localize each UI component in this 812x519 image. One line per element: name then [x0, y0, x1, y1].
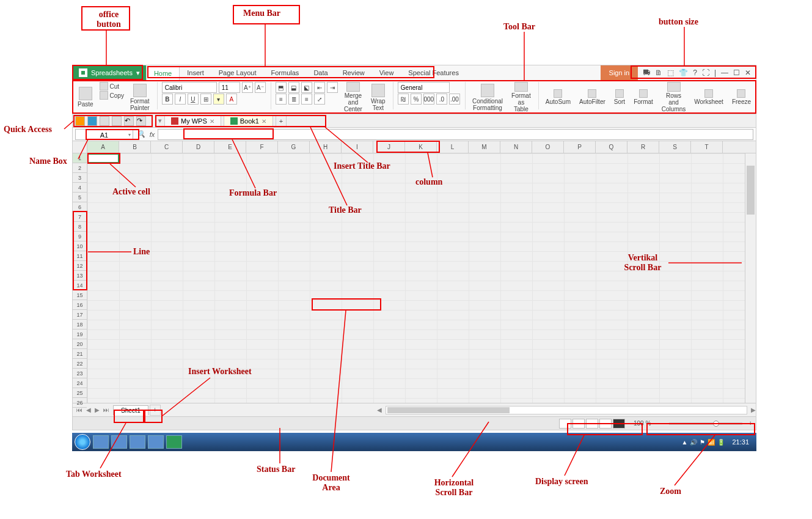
sheet-next-icon[interactable]: ▶ — [93, 407, 101, 413]
tab-page-layout[interactable]: Page Layout — [211, 65, 264, 80]
close-tab-icon[interactable]: ✕ — [262, 118, 266, 125]
row-header-6[interactable]: 6 — [73, 202, 87, 212]
close-button[interactable]: ✕ — [745, 68, 751, 77]
col-header-T[interactable]: T — [691, 141, 723, 153]
currency-button[interactable]: ₪ — [398, 94, 409, 105]
grow-font-button[interactable]: A⁺ — [242, 82, 253, 93]
office-button[interactable]: Spreadsheets ▾ — [73, 65, 146, 80]
row-header-7[interactable]: 7 — [73, 212, 87, 222]
zoom-knob[interactable] — [713, 421, 719, 427]
align-left-button[interactable]: ≡ — [276, 94, 287, 105]
add-doc-button[interactable]: + — [276, 116, 287, 127]
help-icon[interactable]: ? — [693, 68, 697, 77]
explorer-icon[interactable] — [93, 435, 109, 449]
align-mid-button[interactable]: ⬓ — [288, 82, 299, 93]
active-cell[interactable] — [87, 153, 119, 163]
open-icon[interactable] — [75, 116, 85, 126]
row-header-1[interactable]: 1 — [73, 153, 87, 163]
doc-tab-mywps[interactable]: My WPS ✕ — [164, 115, 221, 127]
bold-button[interactable]: B — [162, 94, 173, 105]
paste-label[interactable]: Paste — [78, 101, 93, 108]
sign-in-button[interactable]: Sign in — [601, 65, 638, 80]
insert-worksheet-button[interactable]: + — [150, 405, 161, 416]
col-header-E[interactable]: E — [214, 141, 246, 153]
reading-view-button[interactable] — [599, 419, 612, 429]
redo-icon[interactable]: ↷ — [136, 116, 146, 126]
minimize-button[interactable]: — — [721, 68, 728, 77]
vertical-scrollbar[interactable] — [745, 153, 756, 403]
print-icon[interactable] — [100, 116, 109, 126]
tab-home[interactable]: Home — [146, 66, 180, 81]
cells-area[interactable] — [87, 153, 745, 403]
underline-button[interactable]: U — [188, 94, 199, 105]
fullscreen-icon[interactable]: ⛶ — [702, 68, 709, 77]
search-icon[interactable]: 🔍 — [136, 129, 147, 140]
format-painter[interactable]: Format Painter — [128, 82, 152, 112]
tab-insert[interactable]: Insert — [180, 65, 211, 80]
sheet-tab[interactable]: Sheet1 — [113, 405, 148, 415]
col-header-R[interactable]: R — [627, 141, 659, 153]
orientation-button[interactable]: ⤢ — [314, 94, 325, 105]
app-icon-1[interactable] — [130, 435, 145, 449]
volume-icon[interactable]: 🔊 — [690, 439, 697, 446]
cart-icon[interactable]: ⛟ — [643, 68, 650, 77]
autosum-button[interactable]: AutoSum — [543, 82, 573, 112]
hscroll-right-icon[interactable]: ▶ — [751, 407, 756, 413]
col-header-H[interactable]: H — [310, 141, 342, 153]
col-header-K[interactable]: K — [405, 141, 437, 153]
tray-up-icon[interactable]: ▲ — [682, 439, 688, 446]
col-header-D[interactable]: D — [183, 141, 214, 153]
dark-view-button[interactable] — [613, 419, 625, 429]
start-button[interactable] — [75, 434, 90, 450]
zoom-in-icon[interactable]: + — [748, 420, 752, 427]
row-header-3[interactable]: 3 — [73, 173, 87, 183]
align-center-button[interactable]: ≣ — [288, 94, 299, 105]
row-header-17[interactable]: 17 — [73, 310, 87, 320]
row-header-2[interactable]: 2 — [73, 163, 87, 173]
col-header-I[interactable]: I — [342, 141, 373, 153]
indent-dec-button[interactable]: ⇤ — [314, 82, 325, 93]
align-bot-button[interactable]: ⬕ — [301, 82, 312, 93]
flag-icon[interactable]: ⚑ — [700, 439, 705, 446]
format-button[interactable]: Format — [631, 82, 656, 112]
merge-button[interactable]: Merge and Center — [342, 82, 365, 112]
clock[interactable]: 21:31 — [727, 438, 754, 446]
row-header-24[interactable]: 24 — [73, 378, 87, 388]
skin-icon[interactable]: 👕 — [679, 68, 688, 77]
sheet-last-icon[interactable]: ⏭ — [102, 407, 111, 413]
maximize-button[interactable]: ☐ — [733, 68, 740, 77]
tab-formulas[interactable]: Formulas — [264, 65, 307, 80]
font-size[interactable] — [219, 82, 240, 93]
row-header-20[interactable]: 20 — [73, 339, 87, 349]
shrink-font-button[interactable]: A⁻ — [255, 82, 266, 93]
preview-icon[interactable] — [112, 116, 122, 126]
dec-dec-button[interactable]: .00 — [449, 94, 460, 105]
row-header-9[interactable]: 9 — [73, 232, 87, 241]
row-header-19[interactable]: 19 — [73, 329, 87, 339]
indent-inc-button[interactable]: ⇥ — [327, 82, 338, 93]
page-layout-view-button[interactable] — [586, 419, 598, 429]
col-header-L[interactable]: L — [437, 141, 469, 153]
font-select[interactable] — [162, 82, 217, 93]
tab-special[interactable]: Special Features — [401, 65, 466, 80]
worksheet-button[interactable]: Worksheet — [692, 82, 726, 112]
paste-icon[interactable] — [79, 87, 92, 100]
cut-button[interactable]: Cut — [100, 82, 124, 90]
row-header-22[interactable]: 22 — [73, 359, 87, 369]
row-header-25[interactable]: 25 — [73, 388, 87, 398]
row-header-10[interactable]: 10 — [73, 241, 87, 251]
row-header-4[interactable]: 4 — [73, 183, 87, 193]
save-icon[interactable] — [87, 116, 97, 126]
row-header-23[interactable]: 23 — [73, 369, 87, 378]
col-header-B[interactable]: B — [119, 141, 151, 153]
row-header-15[interactable]: 15 — [73, 290, 87, 300]
row-header-8[interactable]: 8 — [73, 222, 87, 232]
tab-review[interactable]: Review — [335, 65, 372, 80]
normal-view-button[interactable] — [559, 419, 571, 429]
col-header-N[interactable]: N — [500, 141, 532, 153]
border-button[interactable]: ⊞ — [200, 94, 211, 105]
col-header-Q[interactable]: Q — [596, 141, 627, 153]
col-header-P[interactable]: P — [564, 141, 596, 153]
select-all-corner[interactable] — [73, 141, 87, 153]
wrap-button[interactable]: Wrap Text — [368, 82, 388, 112]
